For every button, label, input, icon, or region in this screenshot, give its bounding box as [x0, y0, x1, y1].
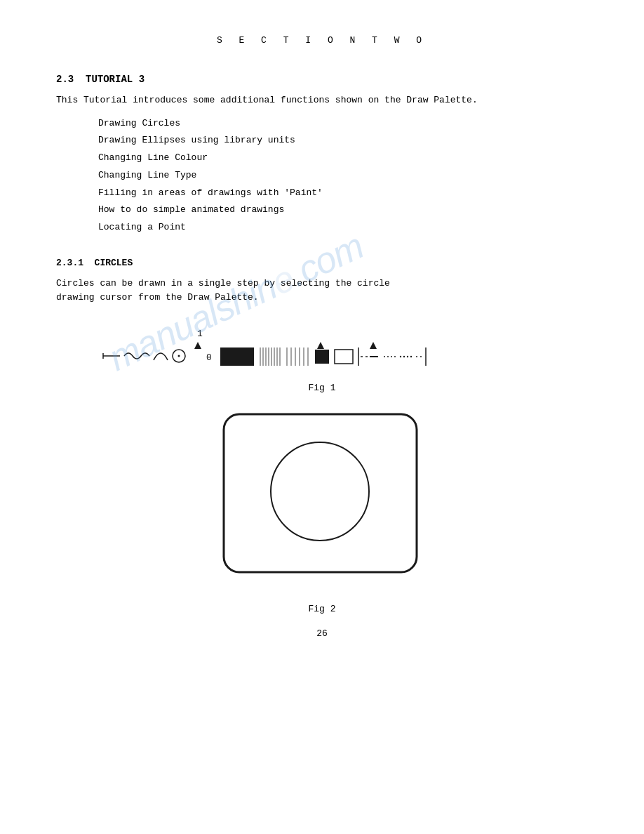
tutorial-number: 2.3	[56, 74, 86, 85]
svg-point-37	[410, 356, 412, 357]
monitor-svg	[213, 407, 431, 590]
subsection-title: CIRCLES	[95, 258, 133, 268]
svg-point-39	[420, 356, 422, 357]
page-number: 26	[56, 628, 588, 639]
list-item: Changing Line Type	[98, 167, 588, 185]
fig1-container: 1 0	[98, 326, 546, 376]
svg-marker-22	[317, 342, 324, 349]
svg-point-36	[407, 356, 408, 357]
svg-rect-7	[220, 348, 254, 366]
fig1-label: Fig 1	[56, 383, 588, 393]
intro-text: This Tutorial introduces some additional…	[56, 93, 588, 108]
tutorial-title: TUTORIAL 3	[86, 74, 145, 85]
bullet-list: Drawing Circles Drawing Ellipses using l…	[98, 115, 588, 237]
list-item: Locating a Point	[98, 219, 588, 237]
subsection-heading-circles: 2.3.1 CIRCLES	[56, 258, 588, 268]
svg-text:0: 0	[206, 352, 212, 363]
svg-text:1: 1	[197, 329, 203, 339]
draw-palette-svg: 1 0	[98, 326, 546, 376]
page: S E C T I O N T W O 2.3 TUTORIAL 3 This …	[0, 0, 644, 834]
svg-point-34	[400, 356, 401, 357]
svg-marker-5	[194, 342, 201, 349]
monitor-figure	[213, 407, 431, 590]
section-title: S E C T I O N T W O	[56, 35, 588, 46]
circles-description: Circles can be drawn in a single step by…	[56, 277, 588, 306]
svg-rect-23	[315, 350, 329, 364]
svg-marker-25	[370, 342, 377, 349]
svg-point-35	[403, 356, 405, 357]
list-item: Filling in areas of drawings with 'Paint…	[98, 185, 588, 202]
svg-rect-24	[335, 350, 353, 364]
list-item: Drawing Circles	[98, 115, 588, 133]
fig2-label: Fig 2	[56, 604, 588, 614]
tutorial-heading: 2.3 TUTORIAL 3	[56, 74, 588, 85]
list-item: How to do simple animated drawings	[98, 201, 588, 219]
subsection-number: 2.3.1	[56, 258, 95, 268]
list-item: Drawing Ellipses using library units	[98, 132, 588, 150]
svg-point-4	[178, 355, 180, 357]
list-item: Changing Line Colour	[98, 150, 588, 167]
svg-point-42	[271, 442, 369, 541]
svg-point-38	[416, 356, 417, 357]
